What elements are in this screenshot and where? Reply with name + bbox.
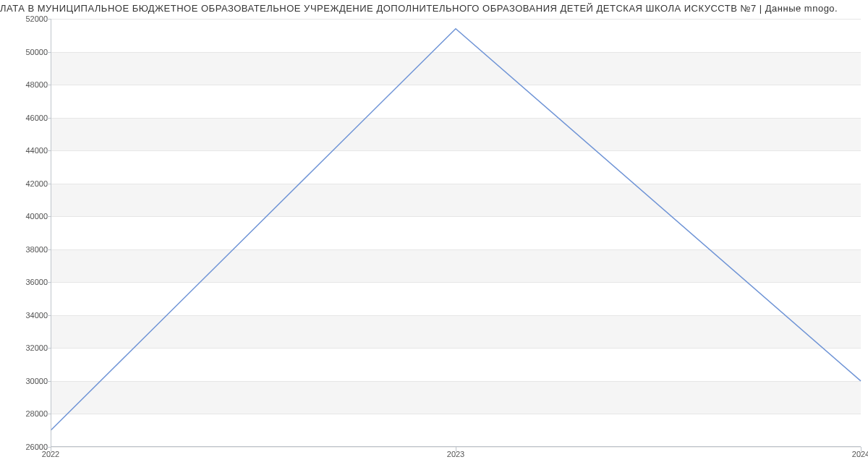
y-tick-label: 48000 xyxy=(4,80,48,89)
y-tick-mark xyxy=(46,414,51,414)
line-series xyxy=(51,19,861,447)
y-tick-label: 44000 xyxy=(4,146,48,155)
y-tick-mark xyxy=(46,118,51,119)
y-tick-label: 36000 xyxy=(4,278,48,286)
y-tick-mark xyxy=(46,52,51,53)
y-tick-label: 28000 xyxy=(4,409,48,418)
y-tick-label: 32000 xyxy=(4,343,48,352)
y-tick-mark xyxy=(46,216,51,217)
y-tick-mark xyxy=(46,85,51,85)
y-tick-mark xyxy=(46,282,51,283)
y-tick-mark xyxy=(46,19,51,20)
y-tick-mark xyxy=(46,348,51,349)
y-tick-mark xyxy=(46,315,51,316)
x-tick-mark xyxy=(456,447,456,451)
x-tick-mark xyxy=(51,447,51,451)
y-tick-label: 38000 xyxy=(4,245,48,254)
y-tick-label: 46000 xyxy=(4,114,48,122)
plot-area xyxy=(51,19,861,447)
y-tick-label: 30000 xyxy=(4,377,48,385)
y-tick-label: 50000 xyxy=(4,48,48,56)
y-tick-label: 52000 xyxy=(4,14,48,23)
y-tick-label: 40000 xyxy=(4,212,48,221)
y-tick-label: 34000 xyxy=(4,311,48,320)
x-tick-mark xyxy=(861,447,861,451)
y-tick-label: 42000 xyxy=(4,179,48,188)
y-tick-mark xyxy=(46,381,51,382)
y-axis-line xyxy=(51,19,51,447)
y-tick-mark xyxy=(46,184,51,184)
chart-title: ЛАТА В МУНИЦИПАЛЬНОЕ БЮДЖЕТНОЕ ОБРАЗОВАТ… xyxy=(0,0,868,14)
y-tick-mark xyxy=(46,249,51,250)
y-tick-mark xyxy=(46,150,51,151)
x-tick-label: 2024 xyxy=(852,450,868,458)
